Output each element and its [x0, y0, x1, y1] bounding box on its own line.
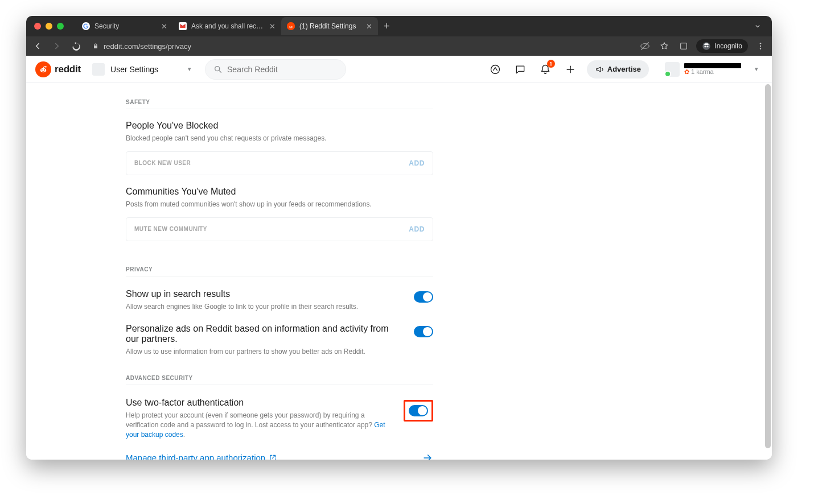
- personalize-ads-toggle[interactable]: [414, 326, 433, 337]
- karma-label: ✿1 karma: [684, 68, 741, 75]
- tab-reddit-settings[interactable]: (1) Reddit Settings ✕: [281, 17, 378, 35]
- bookmark-star-icon[interactable]: [657, 39, 671, 53]
- user-menu[interactable]: ✿1 karma ▾: [660, 59, 763, 80]
- reddit-logo-icon: [35, 61, 51, 77]
- reddit-search[interactable]: [205, 59, 346, 80]
- muted-communities-block: Communities You've Muted Posts from mute…: [126, 187, 433, 241]
- twofa-desc: Help protect your account (even if someo…: [126, 411, 393, 439]
- blocked-title: People You've Blocked: [126, 121, 433, 131]
- reddit-wordmark: reddit: [55, 64, 81, 75]
- page-selector-dropdown[interactable]: User Settings ▾: [89, 60, 197, 79]
- tracking-icon[interactable]: [638, 39, 652, 53]
- tab-security[interactable]: Security ✕: [76, 17, 173, 35]
- reddit-header: reddit User Settings ▾ 1: [26, 56, 772, 83]
- svg-point-10: [760, 43, 761, 44]
- muted-title: Communities You've Muted: [126, 187, 433, 197]
- new-tab-button[interactable]: +: [378, 20, 396, 32]
- gmail-favicon: [179, 22, 187, 30]
- chevron-down-icon: ▾: [755, 65, 758, 73]
- search-results-desc: Allow search engines like Google to link…: [126, 302, 404, 312]
- ads-title: Personalize ads on Reddit based on infor…: [126, 324, 404, 344]
- incognito-indicator[interactable]: Incognito: [696, 39, 748, 53]
- extensions-icon[interactable]: [677, 39, 690, 53]
- selector-icon: [92, 63, 105, 76]
- scrollbar[interactable]: [765, 84, 771, 457]
- nav-back-button[interactable]: [31, 39, 44, 53]
- close-icon[interactable]: ✕: [366, 22, 372, 31]
- search-input[interactable]: [227, 65, 338, 74]
- browser-tabs: Security ✕ Ask and you shall receive... …: [76, 16, 396, 36]
- section-label-advanced-security: ADVANCED SECURITY: [126, 375, 433, 385]
- browser-addressbar: reddit.com/settings/privacy Incognito: [26, 36, 772, 56]
- tab-label: (1) Reddit Settings: [299, 22, 361, 30]
- advertise-button[interactable]: Advertise: [587, 60, 649, 79]
- tab-gmail[interactable]: Ask and you shall receive... a | ✕: [173, 17, 281, 35]
- svg-point-4: [291, 26, 293, 27]
- personalize-ads-setting: Personalize ads on Reddit based on infor…: [126, 324, 433, 357]
- muted-desc: Posts from muted communities won't show …: [126, 200, 433, 209]
- block-placeholder: BLOCK NEW USER: [134, 160, 409, 166]
- svg-point-15: [42, 69, 43, 70]
- window-maximize-button[interactable]: [57, 23, 64, 30]
- browser-titlebar: Security ✕ Ask and you shall receive... …: [26, 16, 772, 36]
- browser-menu-button[interactable]: [754, 39, 767, 53]
- svg-point-2: [287, 22, 295, 30]
- arrow-right-icon: [422, 452, 433, 460]
- url-display[interactable]: reddit.com/settings/privacy: [89, 42, 195, 51]
- third-party-auth-row[interactable]: Manage third-party app authorization: [126, 452, 433, 460]
- search-results-title: Show up in search results: [126, 289, 404, 299]
- svg-point-16: [44, 69, 45, 70]
- third-party-auth-link[interactable]: Manage third-party app authorization: [126, 453, 277, 460]
- chevron-down-icon: ▾: [188, 65, 191, 73]
- section-label-safety: SAFETY: [126, 99, 433, 109]
- svg-point-20: [491, 65, 499, 73]
- browser-window: Security ✕ Ask and you shall receive... …: [26, 16, 772, 460]
- tab-label: Ask and you shall receive... a |: [191, 22, 265, 30]
- svg-point-3: [289, 26, 290, 27]
- section-label-privacy: PRIVACY: [126, 266, 433, 276]
- window-minimize-button[interactable]: [46, 23, 52, 30]
- svg-point-18: [215, 66, 220, 71]
- nav-forward-button[interactable]: [50, 39, 64, 53]
- two-factor-toggle[interactable]: [409, 405, 428, 416]
- username-redacted: [684, 63, 741, 68]
- add-muted-button[interactable]: ADD: [409, 225, 425, 233]
- scrollbar-thumb[interactable]: [765, 84, 771, 448]
- search-results-toggle[interactable]: [414, 291, 433, 303]
- tabs-overflow-button[interactable]: [754, 22, 766, 30]
- notifications-button[interactable]: 1: [537, 61, 554, 78]
- svg-point-12: [760, 48, 761, 49]
- svg-point-8: [705, 46, 706, 47]
- url-text: reddit.com/settings/privacy: [104, 42, 191, 51]
- search-icon: [213, 65, 223, 74]
- search-results-setting: Show up in search results Allow search e…: [126, 289, 433, 312]
- karma-icon: ✿: [684, 68, 689, 75]
- reddit-favicon: [287, 22, 295, 30]
- incognito-label: Incognito: [714, 42, 742, 50]
- ads-desc: Allow us to use information from our par…: [126, 347, 404, 357]
- twofa-title: Use two-factor authentication: [126, 398, 393, 408]
- popular-button[interactable]: [487, 61, 504, 78]
- avatar: [665, 62, 680, 77]
- svg-line-19: [219, 71, 221, 72]
- chat-button[interactable]: [512, 61, 529, 78]
- reload-button[interactable]: [69, 39, 83, 53]
- close-icon[interactable]: ✕: [161, 22, 167, 31]
- svg-point-11: [760, 46, 761, 47]
- google-favicon: [82, 22, 90, 30]
- reddit-logo[interactable]: reddit: [35, 61, 81, 77]
- external-link-icon: [269, 454, 277, 460]
- window-controls: [32, 23, 64, 30]
- create-post-button[interactable]: [562, 61, 579, 78]
- add-blocked-button[interactable]: ADD: [409, 159, 425, 167]
- advertise-label: Advertise: [607, 65, 641, 73]
- megaphone-icon: [595, 65, 604, 74]
- close-icon[interactable]: ✕: [269, 22, 276, 31]
- block-user-input[interactable]: BLOCK NEW USER ADD: [126, 151, 433, 175]
- blocked-users-block: People You've Blocked Blocked people can…: [126, 121, 433, 175]
- window-close-button[interactable]: [34, 23, 41, 30]
- svg-point-9: [707, 46, 709, 47]
- reddit-page: reddit User Settings ▾ 1: [26, 56, 772, 460]
- mute-community-input[interactable]: MUTE NEW COMMUNITY ADD: [126, 217, 433, 241]
- mute-placeholder: MUTE NEW COMMUNITY: [134, 226, 409, 232]
